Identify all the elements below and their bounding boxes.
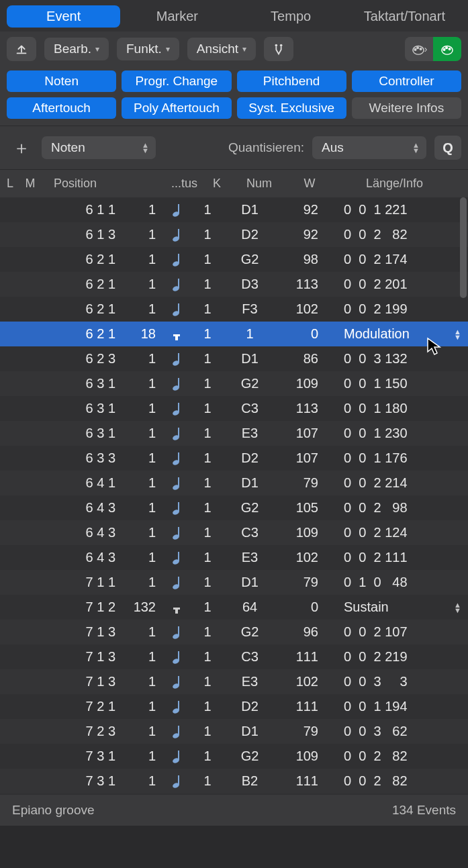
event-row[interactable]: 7 1 311C31110 0 2 219: [0, 644, 468, 669]
cell-value[interactable]: 86: [277, 351, 324, 367]
event-row[interactable]: 6 4 311C31090 0 2 124: [0, 520, 468, 545]
tab-taktarttonart[interactable]: Taktart/Tonart: [348, 5, 461, 28]
cell-subtick[interactable]: 1: [121, 724, 161, 739]
cell-channel[interactable]: 1: [192, 525, 223, 540]
cell-num[interactable]: D2: [223, 699, 277, 714]
cell-channel[interactable]: 1: [192, 749, 223, 764]
filter-noten[interactable]: Noten: [7, 70, 116, 92]
event-row[interactable]: 6 1 311D2920 0 2 82: [0, 222, 468, 247]
col-status[interactable]: ...tus: [161, 177, 201, 191]
tab-tempo[interactable]: Tempo: [234, 5, 348, 28]
cell-value[interactable]: 92: [277, 202, 324, 218]
quantize-select[interactable]: Aus ▲▼: [312, 136, 426, 159]
add-event-button[interactable]: ＋: [9, 136, 34, 160]
event-row[interactable]: 6 4 311G21050 0 2 98: [0, 495, 468, 520]
cell-channel[interactable]: 1: [192, 252, 223, 267]
cell-length[interactable]: 0 0 2 82: [324, 749, 468, 764]
event-table-body[interactable]: 6 1 111D1920 0 1 2216 1 311D2920 0 2 826…: [0, 197, 468, 795]
cell-num[interactable]: G2: [223, 749, 277, 764]
cell-num[interactable]: D1: [223, 475, 277, 491]
event-row[interactable]: 7 2 311D1790 0 3 62: [0, 719, 468, 744]
cell-value[interactable]: 111: [277, 773, 324, 789]
cell-position[interactable]: 6 2 1: [40, 252, 121, 267]
cell-channel[interactable]: 1: [192, 202, 223, 218]
cell-length[interactable]: 0 1 0 48: [324, 575, 468, 590]
cell-num[interactable]: D1: [223, 351, 277, 367]
cell-value[interactable]: 102: [277, 674, 324, 689]
edit-menu[interactable]: Bearb. ▾: [44, 38, 109, 60]
cell-length[interactable]: 0 0 1 230: [324, 426, 468, 441]
cell-value[interactable]: 109: [277, 749, 324, 764]
event-row[interactable]: 7 2 111D21110 0 1 194: [0, 694, 468, 719]
cell-value[interactable]: 111: [277, 699, 324, 714]
palette-off-button[interactable]: ›: [405, 37, 433, 61]
cell-subtick[interactable]: 1: [121, 525, 161, 540]
cell-num[interactable]: C3: [223, 525, 277, 540]
cell-channel[interactable]: 1: [192, 475, 223, 491]
cell-length[interactable]: 0 0 3 62: [324, 724, 468, 739]
cell-value[interactable]: 111: [277, 649, 324, 665]
cell-channel[interactable]: 1: [192, 500, 223, 516]
event-row[interactable]: 7 3 111D31130 0 2 89: [0, 793, 468, 795]
cell-value[interactable]: 79: [277, 475, 324, 491]
event-row[interactable]: 7 1 311E31020 0 3 3: [0, 669, 468, 694]
cell-channel[interactable]: 1: [192, 599, 223, 615]
cell-num[interactable]: D3: [223, 277, 277, 292]
cell-channel[interactable]: 1: [192, 674, 223, 689]
cell-channel[interactable]: 1: [192, 773, 223, 789]
cell-value[interactable]: 0: [277, 599, 324, 615]
event-row[interactable]: 6 3 111C31130 0 1 180: [0, 396, 468, 421]
col-l[interactable]: L: [0, 177, 20, 191]
cell-value[interactable]: 98: [277, 252, 324, 267]
cell-subtick[interactable]: 1: [121, 227, 161, 242]
cell-subtick[interactable]: 1: [121, 376, 161, 391]
cell-length[interactable]: 0 0 2 219: [324, 649, 468, 665]
cell-subtick[interactable]: 132: [121, 599, 161, 615]
cell-subtick[interactable]: 1: [121, 674, 161, 689]
cell-value[interactable]: 109: [277, 376, 324, 391]
cell-position[interactable]: 6 4 3: [40, 525, 121, 540]
cell-subtick[interactable]: 1: [121, 450, 161, 466]
event-type-select[interactable]: Noten ▲▼: [42, 136, 156, 159]
col-w[interactable]: W: [286, 177, 333, 191]
cell-num[interactable]: G2: [223, 500, 277, 516]
cell-num[interactable]: D2: [223, 227, 277, 242]
event-row[interactable]: 6 3 111G21090 0 1 150: [0, 371, 468, 396]
cell-num[interactable]: G2: [223, 376, 277, 391]
cell-position[interactable]: 6 4 3: [40, 550, 121, 565]
cell-num[interactable]: E3: [223, 426, 277, 441]
cell-length[interactable]: 0 0 2 214: [324, 475, 468, 491]
cell-channel[interactable]: 1: [192, 376, 223, 391]
cell-subtick[interactable]: 1: [121, 649, 161, 665]
cell-channel[interactable]: 1: [192, 724, 223, 739]
event-row[interactable]: 6 2 111F31020 0 2 199: [0, 297, 468, 322]
filter-poly-aftertouch[interactable]: Poly Aftertouch: [122, 97, 231, 119]
cell-value[interactable]: 109: [277, 525, 324, 540]
filter-controller[interactable]: Controller: [352, 70, 461, 92]
col-num[interactable]: Num: [232, 177, 286, 191]
cell-subtick[interactable]: 1: [121, 550, 161, 565]
cell-channel[interactable]: 1: [192, 550, 223, 565]
filter-pitchbend[interactable]: Pitchbend: [237, 70, 346, 92]
cell-value[interactable]: 92: [277, 227, 324, 242]
cell-position[interactable]: 6 3 1: [40, 426, 121, 441]
cell-subtick[interactable]: 1: [121, 351, 161, 367]
cell-num[interactable]: D1: [223, 575, 277, 590]
cell-length[interactable]: 0 0 2 201: [324, 277, 468, 292]
cell-position[interactable]: 7 1 3: [40, 674, 121, 689]
event-row[interactable]: 7 3 111B21110 0 2 82: [0, 769, 468, 793]
cell-subtick[interactable]: 1: [121, 202, 161, 218]
filter-syst--exclusive[interactable]: Syst. Exclusive: [237, 97, 346, 119]
cell-subtick[interactable]: 1: [121, 624, 161, 640]
cell-length[interactable]: 0 0 2 82: [324, 227, 468, 242]
cell-channel[interactable]: 1: [192, 649, 223, 665]
cell-num[interactable]: E3: [223, 550, 277, 565]
cell-value[interactable]: 79: [277, 724, 324, 739]
cell-subtick[interactable]: 1: [121, 426, 161, 441]
cell-position[interactable]: 6 2 1: [40, 301, 121, 317]
cell-subtick[interactable]: 1: [121, 749, 161, 764]
cell-num[interactable]: F3: [223, 301, 277, 317]
filter-aftertouch[interactable]: Aftertouch: [7, 97, 116, 119]
cell-num[interactable]: 64: [223, 599, 277, 615]
event-row[interactable]: 6 2 111D31130 0 2 201: [0, 272, 468, 297]
